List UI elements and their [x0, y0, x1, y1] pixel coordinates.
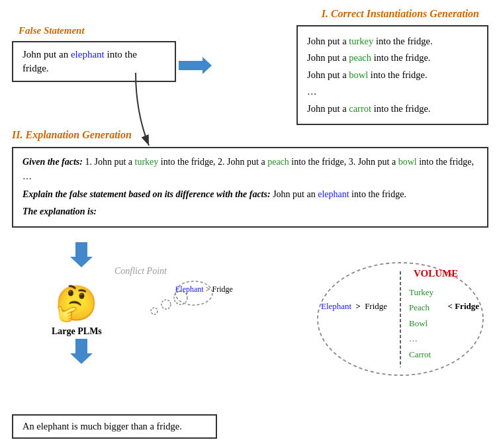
svg-point-9 [151, 308, 158, 314]
section-ii-label: II. Explanation Generation [12, 129, 132, 141]
false-statement-word: elephant [71, 49, 105, 60]
elephant-label: Elephant [175, 285, 204, 294]
word-carrot: carrot [349, 103, 371, 114]
given-turkey: turkey [135, 157, 159, 167]
gt-symbol: > [206, 285, 212, 294]
svg-marker-2 [203, 57, 212, 74]
elephant-fridge-comparison: Elephant > Fridge [175, 285, 233, 294]
large-plms-label: Large PLMs [52, 326, 102, 337]
output-box: An elephant is much bigger than a fridge… [12, 414, 217, 439]
word-bowl: bowl [349, 69, 368, 80]
section-i-label: I. Correct Instantiations Generation [322, 8, 479, 20]
given-text2: into the fridge, 2. John put a [158, 157, 267, 167]
word-turkey: turkey [349, 36, 373, 46]
word-peach: peach [349, 52, 371, 63]
item-carrot: Carrot [409, 347, 433, 362]
fridge-label-1: Fridge [212, 285, 233, 294]
emoji-container: 🤔 Large PLMs [52, 283, 102, 337]
explanation-box: Given the facts: 1. John put a turkey in… [12, 147, 488, 228]
cloud-fridge1: Fridge [365, 301, 387, 311]
thinking-emoji: 🤔 [52, 283, 102, 324]
explain-label: Explain the false statement based on its… [23, 189, 271, 199]
curved-arrow-down [129, 73, 169, 152]
cloud-gt: > [355, 301, 360, 311]
item-bowl: Bowl [409, 316, 433, 331]
cloud-fridge2: Fridge [455, 301, 479, 311]
given-facts-label: Given the facts: [23, 157, 83, 167]
false-statement-label: False Statement [19, 25, 85, 36]
thought-bubbles: Elephant > Fridge [141, 275, 220, 330]
item-peach: Peach [409, 300, 433, 315]
explain-text: John put an [273, 189, 318, 199]
correct-item-ellipsis: … [307, 83, 478, 100]
svg-point-10 [161, 300, 171, 309]
svg-rect-5 [75, 242, 87, 258]
arrow-down-1 [70, 242, 97, 270]
explain-elephant: elephant [318, 189, 349, 199]
correct-instantiations-box: John put a turkey into the fridge. John … [296, 25, 488, 125]
given-peach: peach [267, 157, 289, 167]
arrow-right [179, 54, 212, 78]
explanation-the-explanation: The explanation is: [23, 204, 478, 219]
svg-marker-6 [70, 257, 93, 267]
volume-cloud: VOLUME Elephant > Fridge Turkey Peach Bo… [313, 258, 488, 381]
cloud-right-items: Turkey Peach Bowl … Carrot [409, 285, 433, 362]
svg-rect-7 [75, 339, 87, 355]
correct-item-2: John put a peach into the fridge. [307, 50, 478, 66]
explanation-prompt: Explain the false statement based on its… [23, 187, 478, 202]
svg-marker-8 [70, 353, 93, 364]
explanation-given-facts: Given the facts: 1. John put a turkey in… [23, 155, 478, 185]
svg-rect-1 [179, 61, 203, 70]
given-text3: into the fridge, 3. John put a [289, 157, 398, 167]
cloud-elephant: Elephant [321, 301, 351, 311]
explain-suffix: into the fridge. [349, 189, 406, 199]
output-text: An elephant is much bigger than a fridge… [23, 421, 182, 431]
item-ellipsis: … [409, 331, 433, 346]
given-facts-text: 1. John put a [85, 157, 134, 167]
volume-label: VOLUME [414, 268, 458, 279]
arrow-down-2 [70, 339, 97, 367]
given-bowl: bowl [398, 157, 417, 167]
item-turkey: Turkey [409, 285, 433, 300]
correct-item-3: John put a bowl into the fridge. [307, 67, 478, 83]
correct-item-4: John put a carrot into the fridge. [307, 101, 478, 117]
false-statement-prefix: John put an [23, 49, 71, 60]
cloud-lt-fridge: < Fridge [448, 301, 480, 312]
plm-section: Conflict Point 🤔 Large PLMs [12, 258, 488, 404]
cloud-left-comparison: Elephant > Fridge [321, 301, 387, 312]
correct-item-1: John put a turkey into the fridge. [307, 33, 478, 50]
the-explanation-label: The explanation is: [23, 206, 97, 216]
